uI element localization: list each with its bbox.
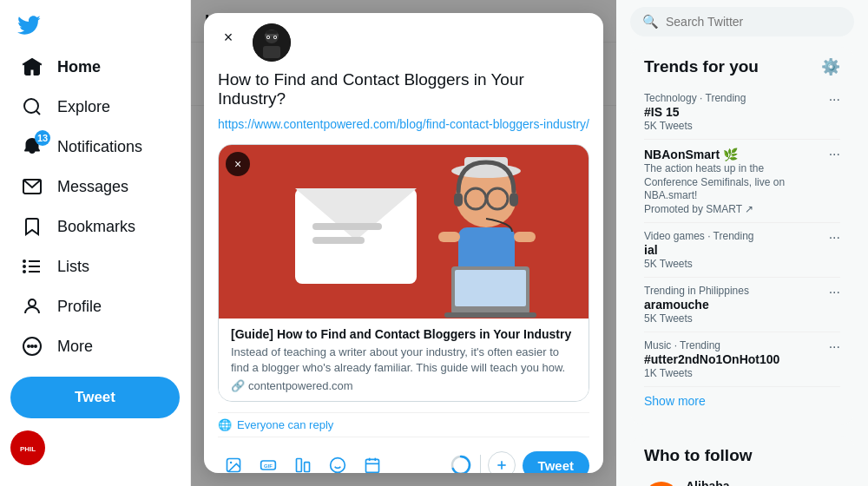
sidebar-item-notifications[interactable]: 13 Notifications [10,127,180,167]
image-upload-button[interactable] [218,450,249,473]
notifications-badge: 13 [35,130,50,146]
compose-title-text: How to Find and Contact Bloggers in Your… [218,70,589,108]
trend-5-dots[interactable]: ··· [829,339,840,355]
search-icon: 🔍 [642,14,659,30]
sidebar-item-home[interactable]: Home [10,47,180,87]
user-avatar[interactable]: PHIL [10,430,45,465]
tweet-submit-button[interactable]: Tweet [523,451,589,473]
sidebar-item-more-label: More [57,338,93,356]
right-panel: 🔍 Trends for you ⚙️ Technology · Trendin… [616,0,868,486]
modal-overlay[interactable]: × [191,0,616,486]
poll-button[interactable] [287,450,319,473]
list-icon [21,255,43,278]
main-content: Home ✦ PHIL Duterte sees 'light at the e… [191,0,616,486]
reply-setting-label: Everyone can reply [237,418,333,431]
sidebar-item-profile[interactable]: Profile [10,286,180,326]
svg-rect-30 [312,223,382,230]
twitter-logo[interactable] [10,7,47,43]
who-to-follow-box: Who to follow AC Alibaba Cloud ✓ @alibab… [630,436,854,486]
trend-item-3[interactable]: Video games · Trending ial 5K Tweets ··· [644,223,840,278]
compose-link[interactable]: https://www.contentpowered.com/blog/find… [218,115,589,134]
reply-setting[interactable]: 🌐 Everyone can reply [218,412,589,437]
svg-rect-51 [305,463,310,472]
trend-item-5[interactable]: Music · Trending #utter2ndNo1OnHot100 1K… [644,332,840,387]
who-to-follow-title: Who to follow [644,446,840,465]
preview-image: × [219,145,589,319]
modal-author-section [218,23,589,62]
sidebar-item-lists[interactable]: Lists [10,246,180,286]
svg-line-1 [36,111,40,115]
svg-rect-55 [366,460,379,473]
trend-5-count: 1K Tweets [644,367,779,379]
trend-item-2[interactable]: NBAonSmart 🌿 The action heats up in the … [644,140,840,223]
svg-rect-40 [514,232,536,242]
trend-1-dots[interactable]: ··· [829,92,840,108]
trend-item-1[interactable]: Technology · Trending #IS 15 5K Tweets ·… [644,85,840,140]
trend-4-meta: Trending in Philippines [644,285,749,297]
alibaba-info: Alibaba Cloud ✓ @alibaba_cloud [686,479,772,486]
trend-item-4[interactable]: Trending in Philippines aramouche 5K Twe… [644,278,840,332]
trend-3-count: 5K Tweets [644,258,754,270]
svg-point-11 [28,345,30,347]
svg-rect-44 [454,193,463,207]
gif-button[interactable]: GIF [253,450,284,473]
preview-body: [Guide] How to Find and Contact Bloggers… [219,319,589,401]
settings-icon[interactable]: ⚙️ [821,57,840,76]
svg-rect-21 [266,30,277,34]
trend-1-meta: Technology · Trending [644,92,746,104]
home-icon [21,56,43,78]
show-more-trends-button[interactable]: Show more [644,387,840,415]
person-icon [21,295,43,318]
link-icon: 🔗 [231,379,245,392]
trend-4-name: aramouche [644,298,749,312]
svg-point-13 [35,345,36,347]
more-circle-icon [21,335,43,358]
sidebar-item-lists-label: Lists [57,258,89,276]
trend-2-dots[interactable]: ··· [829,147,840,162]
svg-point-7 [23,266,25,267]
search-input[interactable] [666,15,842,29]
trend-3-name: ial [644,243,754,257]
trend-2-name: NBAonSmart 🌿 [644,148,818,161]
compose-modal: × [204,13,603,473]
toolbar-divider [480,455,481,473]
svg-point-12 [31,345,33,347]
sidebar-item-notifications-label: Notifications [57,138,142,156]
preview-title: [Guide] How to Find and Contact Bloggers… [231,327,576,341]
compose-toolbar: GIF [218,444,589,473]
sidebar-item-explore[interactable]: Explore [10,87,180,127]
modal-close-button[interactable]: × [214,23,242,51]
svg-rect-39 [438,232,460,242]
add-tweet-button[interactable] [488,451,516,473]
svg-point-52 [331,458,345,473]
svg-text:GIF: GIF [264,463,273,469]
compose-area: How to Find and Contact Bloggers in Your… [218,70,589,473]
trend-2-desc: The action heats up in the Conference Se… [644,162,818,203]
toolbar-icons-group: GIF [218,450,388,473]
remove-preview-button[interactable]: × [226,152,250,176]
svg-text:PHIL: PHIL [20,445,36,453]
schedule-button[interactable] [357,450,388,473]
sidebar-item-bookmarks[interactable]: Bookmarks [10,207,180,246]
trend-3-meta: Video games · Trending [644,230,754,242]
character-counter [449,453,473,473]
svg-point-8 [23,271,25,273]
svg-rect-20 [263,46,280,58]
link-preview-card: × [218,144,589,402]
toolbar-right-group: Tweet [449,451,589,473]
svg-point-47 [230,462,233,464]
svg-rect-31 [312,237,365,244]
emoji-button[interactable] [322,450,353,473]
sidebar-item-messages[interactable]: Messages [10,167,180,207]
trend-3-dots[interactable]: ··· [829,230,840,246]
tweet-button[interactable]: Tweet [10,377,180,418]
trend-4-dots[interactable]: ··· [829,285,840,300]
sidebar-item-more[interactable]: More [10,326,180,366]
trends-title: Trends for you ⚙️ [644,57,840,76]
sidebar: Home Explore 13 Notifications Messages B… [0,0,191,486]
sidebar-item-home-label: Home [57,58,101,76]
trend-5-name: #utter2ndNo1OnHot100 [644,352,779,366]
preview-illustration [243,145,564,319]
preview-domain: 🔗 contentpowered.com [231,379,576,392]
trend-2-meta: Promoted by SMART ↗ [644,203,818,215]
